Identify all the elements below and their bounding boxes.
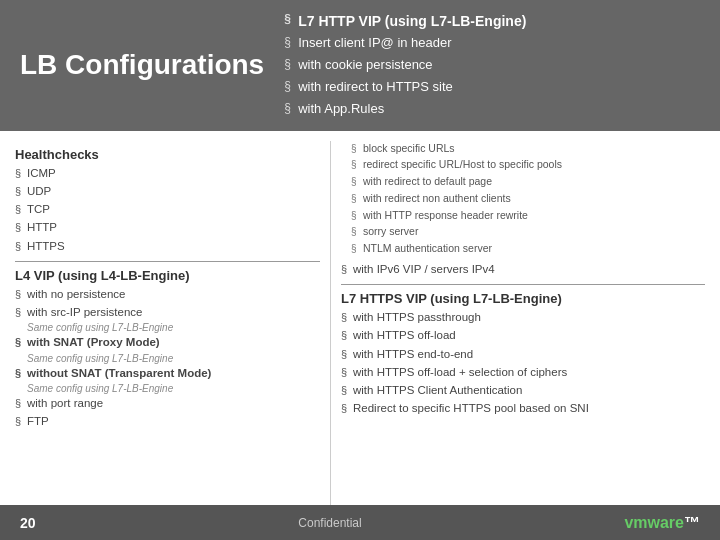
header-right-item-3: with redirect to HTTPS site — [284, 77, 700, 98]
sub-4: with redirect non authent clients — [341, 191, 705, 207]
header-right-title: L7 HTTP VIP (using L7-LB-Engine) — [284, 10, 700, 32]
sub-6: sorry server — [341, 224, 705, 240]
https-2: with HTTPS off-load — [341, 327, 705, 344]
vm-text: vm — [624, 514, 647, 531]
divider-2 — [341, 284, 705, 285]
vmware-logo: vmware™ — [624, 514, 700, 532]
hc-tcp: TCP — [15, 201, 320, 218]
l4-port-range: with port range — [15, 395, 320, 412]
healthchecks-title: Healthchecks — [15, 147, 320, 162]
ware-text: ware — [648, 514, 684, 531]
header-title: LB Configurations — [20, 49, 264, 81]
l4-ftp: FTP — [15, 413, 320, 430]
right-column: block specific URLs redirect specific UR… — [330, 141, 705, 540]
note-3: Same config using L7-LB-Engine — [15, 383, 320, 394]
divider-1 — [15, 261, 320, 262]
note-1: Same config using L7-LB-Engine — [15, 322, 320, 333]
sub-5: with HTTP response header rewrite — [341, 208, 705, 224]
https-6: Redirect to specific HTTPS pool based on… — [341, 400, 705, 417]
l4-snat: with SNAT (Proxy Mode) — [15, 334, 320, 351]
sub-2: redirect specific URL/Host to specific p… — [341, 157, 705, 173]
hc-http: HTTP — [15, 219, 320, 236]
footer: 20 Confidential vmware™ — [0, 505, 720, 540]
l4-src-ip: with src-IP persistence — [15, 304, 320, 321]
footer-logo: vmware™ — [624, 514, 700, 532]
header-right-item-1: Insert client IP@ in header — [284, 33, 700, 54]
hc-udp: UDP — [15, 183, 320, 200]
l7https-title: L7 HTTPS VIP (using L7-LB-Engine) — [341, 291, 705, 306]
header-right-item-2: with cookie persistence — [284, 55, 700, 76]
note-2: Same config using L7-LB-Engine — [15, 353, 320, 364]
header-right-item-4: with App.Rules — [284, 99, 700, 120]
sub-1: block specific URLs — [341, 141, 705, 157]
header: LB Configurations L7 HTTP VIP (using L7-… — [0, 0, 720, 131]
https-3: with HTTPS end-to-end — [341, 346, 705, 363]
https-1: with HTTPS passthrough — [341, 309, 705, 326]
sub-3: with redirect to default page — [341, 174, 705, 190]
hc-icmp: ICMP — [15, 165, 320, 182]
l4vip-title: L4 VIP (using L4-LB-Engine) — [15, 268, 320, 283]
l4-no-persistence: with no persistence — [15, 286, 320, 303]
ipv6-item: with IPv6 VIP / servers IPv4 — [341, 261, 705, 278]
https-4: with HTTPS off-load + selection of ciphe… — [341, 364, 705, 381]
main-content: Healthchecks ICMP UDP TCP HTTP HTTPS L4 … — [0, 131, 720, 540]
hc-https: HTTPS — [15, 238, 320, 255]
l4-no-snat: without SNAT (Transparent Mode) — [15, 365, 320, 382]
https-5: with HTTPS Client Authentication — [341, 382, 705, 399]
page-number: 20 — [20, 515, 36, 531]
left-column: Healthchecks ICMP UDP TCP HTTP HTTPS L4 … — [15, 141, 330, 540]
confidential-label: Confidential — [298, 516, 361, 530]
sub-7: NTLM authentication server — [341, 241, 705, 257]
header-right: L7 HTTP VIP (using L7-LB-Engine) Insert … — [264, 10, 700, 121]
